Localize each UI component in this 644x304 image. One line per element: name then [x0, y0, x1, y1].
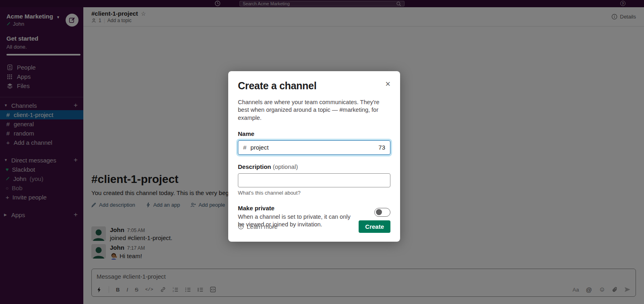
- make-private-toggle[interactable]: [374, 208, 390, 217]
- modal-title: Create a channel: [238, 80, 316, 92]
- info-icon: [238, 224, 244, 230]
- channel-name-value: project: [250, 144, 378, 151]
- close-icon[interactable]: ×: [385, 80, 390, 88]
- character-counter: 73: [378, 144, 385, 151]
- learn-more-link[interactable]: Learn more: [238, 223, 278, 230]
- create-button[interactable]: Create: [359, 220, 390, 233]
- channel-description-input[interactable]: [238, 173, 390, 187]
- create-channel-modal: Create a channel × Channels are where yo…: [228, 71, 400, 242]
- description-help-text: What's this channel about?: [238, 190, 390, 196]
- make-private-label: Make private: [238, 205, 351, 212]
- toggle-knob: [376, 209, 382, 215]
- description-optional-text: (optional): [273, 163, 298, 170]
- name-field-label: Name: [238, 130, 390, 137]
- modal-description: Channels are where your team communicate…: [238, 99, 383, 122]
- learn-more-label: Learn more: [247, 223, 278, 230]
- description-field-label: Description (optional): [238, 163, 390, 170]
- hash-icon: #: [243, 144, 246, 151]
- channel-name-input[interactable]: # project 73: [238, 140, 390, 155]
- description-label-text: Description: [238, 163, 271, 170]
